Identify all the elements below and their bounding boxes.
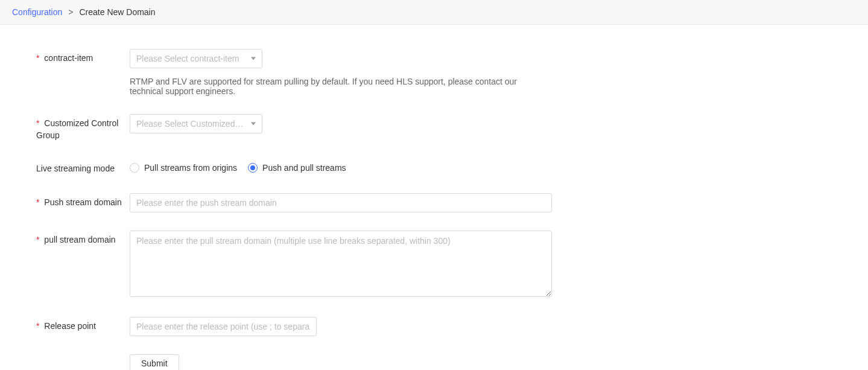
control-group-control: Please Select Customized Con...	[130, 114, 552, 133]
radio-push-pull[interactable]: Push and pull streams	[248, 163, 346, 173]
streaming-mode-label-text: Live streaming mode	[36, 164, 115, 173]
push-domain-row: * Push stream domain	[36, 193, 832, 212]
release-point-input[interactable]	[130, 317, 317, 336]
radio-icon	[130, 163, 139, 173]
breadcrumb-separator: >	[68, 7, 73, 17]
control-group-label-text: Customized Control Group	[36, 118, 118, 140]
submit-row: Submit	[36, 354, 832, 370]
contract-item-placeholder: Please Select contract-item	[136, 54, 244, 63]
contract-item-label-text: contract-item	[44, 53, 93, 63]
required-icon: *	[36, 118, 39, 128]
release-point-label-text: Release point	[44, 321, 96, 331]
control-group-placeholder: Please Select Customized Con...	[136, 119, 244, 129]
release-point-label: * Release point	[36, 317, 130, 333]
control-group-select[interactable]: Please Select Customized Con...	[130, 114, 262, 133]
push-domain-label-text: Push stream domain	[44, 197, 121, 207]
breadcrumb-configuration-link[interactable]: Configuration	[12, 7, 62, 17]
submit-button[interactable]: Submit	[130, 354, 179, 370]
submit-spacer	[36, 354, 130, 358]
streaming-mode-label: Live streaming mode	[36, 159, 130, 175]
required-icon: *	[36, 53, 39, 63]
create-domain-form: * contract-item Please Select contract-i…	[0, 25, 868, 370]
required-icon: *	[36, 197, 39, 207]
radio-icon-selected	[248, 163, 258, 173]
control-group-label: * Customized Control Group	[36, 114, 130, 141]
contract-item-helper: RTMP and FLV are supported for stream pu…	[130, 77, 552, 96]
contract-item-control: Please Select contract-item RTMP and FLV…	[130, 49, 552, 96]
pull-domain-textarea[interactable]	[130, 231, 552, 297]
push-domain-input[interactable]	[130, 193, 552, 212]
release-point-control	[130, 317, 552, 336]
pull-domain-row: * pull stream domain	[36, 231, 832, 299]
pull-domain-label-text: pull stream domain	[44, 235, 115, 244]
control-group-row: * Customized Control Group Please Select…	[36, 114, 832, 141]
contract-item-row: * contract-item Please Select contract-i…	[36, 49, 832, 96]
radio-pull-origins[interactable]: Pull streams from origins	[130, 163, 237, 173]
push-domain-control	[130, 193, 552, 212]
required-icon: *	[36, 321, 39, 331]
radio-push-pull-label: Push and pull streams	[262, 163, 346, 173]
chevron-down-icon	[251, 123, 256, 126]
required-icon: *	[36, 235, 39, 244]
push-domain-label: * Push stream domain	[36, 193, 130, 209]
breadcrumb-current: Create New Domain	[79, 7, 155, 17]
contract-item-select[interactable]: Please Select contract-item	[130, 49, 262, 68]
streaming-mode-row: Live streaming mode Pull streams from or…	[36, 159, 832, 175]
streaming-mode-radio-group: Pull streams from origins Push and pull …	[130, 159, 552, 173]
release-point-row: * Release point	[36, 317, 832, 336]
streaming-mode-control: Pull streams from origins Push and pull …	[130, 159, 552, 173]
chevron-down-icon	[251, 57, 256, 60]
contract-item-label: * contract-item	[36, 49, 130, 65]
radio-dot-icon	[250, 165, 255, 170]
pull-domain-control	[130, 231, 552, 299]
submit-control: Submit	[130, 354, 552, 370]
radio-pull-origins-label: Pull streams from origins	[144, 163, 237, 173]
pull-domain-label: * pull stream domain	[36, 231, 130, 246]
breadcrumb: Configuration > Create New Domain	[0, 0, 868, 25]
